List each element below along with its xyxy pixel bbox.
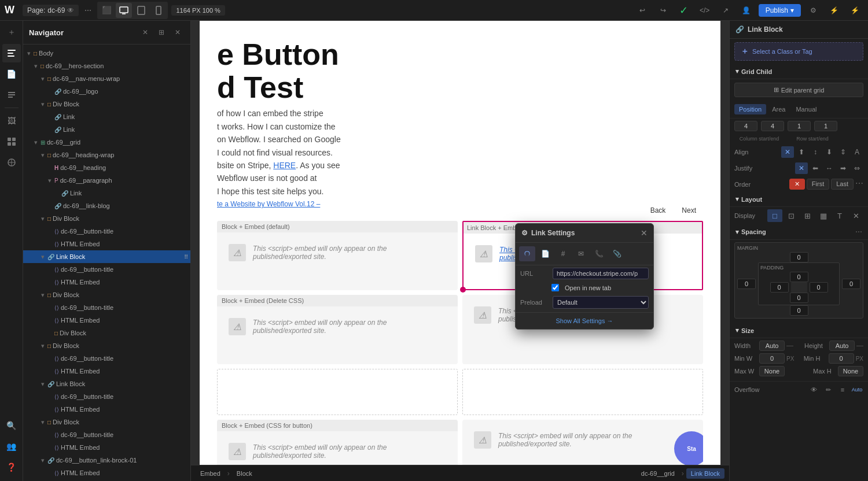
nav-item-logo[interactable]: 🔗 dc-69__logo: [23, 85, 190, 98]
padding-top-input[interactable]: [790, 272, 808, 282]
cms-btn[interactable]: [2, 86, 21, 104]
navigator-btn[interactable]: [2, 44, 21, 62]
link-type-url[interactable]: [519, 246, 535, 261]
topbar-dots[interactable]: ⋯: [84, 6, 91, 14]
settings-btn[interactable]: ⚙: [804, 2, 822, 18]
nav-item-link-blog[interactable]: 🔗 dc-69__link-blog: [23, 199, 190, 212]
nav-item-div3[interactable]: ▾ □ Div Block: [23, 288, 190, 301]
nav-item-paragraph[interactable]: ▾ P dc-69__paragraph: [23, 174, 190, 187]
view-mobile-btn[interactable]: [150, 3, 167, 18]
size-section-header[interactable]: ▾ Size: [730, 323, 868, 338]
nav-item-heading-wrap[interactable]: ▾ □ dc-69__heading-wrap: [23, 149, 190, 161]
nav-item-html-embed1[interactable]: ⟨⟩ HTML Embed: [23, 238, 190, 250]
display-inline-btn[interactable]: ▦: [816, 209, 831, 222]
order-last-btn[interactable]: Last: [831, 179, 854, 190]
nav-item-btn-title2[interactable]: ⟨⟩ dc-69__button-title: [23, 263, 190, 276]
nav-item-div4[interactable]: ▾ □ Div Block: [23, 339, 190, 352]
nav-item-html-embed6[interactable]: ⟨⟩ HTML Embed: [23, 441, 190, 454]
nav-item-heading[interactable]: H dc-69__heading: [23, 161, 190, 174]
nav-item-body[interactable]: ▾ □ Body: [23, 47, 190, 60]
code-btn[interactable]: </>: [696, 2, 713, 18]
nav-item-div5[interactable]: ▾ □ Div Block: [23, 416, 190, 428]
nav-item-link1[interactable]: 🔗 Link: [23, 110, 190, 123]
components-btn[interactable]: [2, 132, 21, 151]
align-stretch-btn[interactable]: ⇕: [837, 146, 849, 158]
view-tablet-btn[interactable]: [133, 3, 149, 18]
pages-btn[interactable]: 📄: [2, 65, 21, 83]
members-btn[interactable]: 👥: [2, 437, 21, 456]
redo-btn[interactable]: ↪: [654, 2, 672, 18]
align-center-btn[interactable]: ↕: [809, 146, 822, 158]
nav-item-link-button[interactable]: ▾ 🔗 dc-69__button_link-brock-01: [23, 454, 190, 467]
nav-item-btn-title6[interactable]: ⟨⟩ dc-69__button-title: [23, 428, 190, 441]
publish-btn[interactable]: Publish ▾: [759, 4, 801, 17]
navigator-icon-btn-3[interactable]: ✕: [171, 25, 185, 39]
layout-section-header[interactable]: ▾ Layout: [730, 192, 868, 207]
breadcrumb-block[interactable]: Block: [232, 468, 257, 479]
grid-item-4[interactable]: Block + Embed (CSS for button) ⚠ This <s…: [217, 420, 458, 465]
link-type-section[interactable]: #: [555, 246, 571, 261]
nav-item-link-block-selected[interactable]: ▾ 🔗 Link Block ⠿: [23, 250, 190, 263]
margin-right-input[interactable]: [842, 279, 860, 289]
nav-item-div-block4[interactable]: □ Div Block: [23, 327, 190, 339]
row-start-input[interactable]: [788, 121, 811, 131]
lightning2-btn[interactable]: ⚡: [846, 2, 863, 18]
blog-link[interactable]: te a Website by Webflow Vol.12 –: [217, 200, 320, 208]
next-btn[interactable]: Next: [676, 205, 702, 216]
margin-bottom-input[interactable]: [790, 305, 808, 316]
nav-item-div1[interactable]: ▾ □ Div Block: [23, 98, 190, 110]
height-input[interactable]: [829, 341, 855, 351]
padding-right-input[interactable]: [810, 282, 828, 293]
grid-item-0[interactable]: Block + Embed (default) ⚠ This <script> …: [217, 221, 458, 290]
link-type-phone[interactable]: 📞: [591, 246, 607, 261]
here-link[interactable]: HERE: [273, 161, 296, 170]
grid-item-5[interactable]: ⚠ This <script> embed will only appear o…: [462, 420, 703, 465]
align-top-btn[interactable]: ⬆: [795, 146, 808, 158]
justify-end-btn[interactable]: ➡: [837, 162, 849, 174]
nav-item-nav-wrap[interactable]: ▾ □ dc-69__nav-menu-wrap: [23, 72, 190, 85]
lightning1-btn[interactable]: ⚡: [825, 2, 843, 18]
display-none-btn[interactable]: ✕: [848, 209, 863, 222]
display-text-btn[interactable]: T: [832, 209, 847, 222]
order-more-icon[interactable]: ⋯: [855, 179, 863, 190]
account-btn[interactable]: 👤: [738, 2, 755, 18]
order-x-btn[interactable]: ✕: [789, 179, 805, 190]
grid-item-2[interactable]: Block + Embed (Delete CSS) ⚠ This <scrip…: [217, 295, 458, 364]
empty-box-1[interactable]: [217, 369, 458, 415]
width-input[interactable]: [759, 341, 785, 351]
navigator-icon-btn-2[interactable]: ⊞: [155, 25, 168, 39]
min-h-input[interactable]: [829, 353, 854, 364]
empty-box-2[interactable]: [462, 369, 703, 415]
url-input[interactable]: [553, 268, 649, 279]
breadcrumb-grid[interactable]: dc-69__grid: [637, 468, 679, 479]
nav-item-link-block2[interactable]: ▾ 🔗 Link Block: [23, 378, 190, 390]
justify-center-btn[interactable]: ↔: [823, 162, 836, 174]
overflow-scroll-btn[interactable]: ≡: [836, 384, 849, 395]
canvas-dimensions[interactable]: 1164 PX 100 %: [171, 5, 225, 16]
max-w-input[interactable]: [759, 366, 785, 376]
nav-item-grid[interactable]: ▾ ⊞ dc-69__grid: [23, 136, 190, 149]
nav-item-btn-title5[interactable]: ⟨⟩ dc-69__button-title: [23, 390, 190, 403]
canvas-scroll[interactable]: e Button d Test of how I can embed the s…: [191, 21, 729, 465]
col-start-input[interactable]: [734, 121, 757, 131]
spacing-section-header[interactable]: ▾ Spacing ⋯: [730, 224, 868, 240]
add-element-btn[interactable]: ＋: [2, 23, 21, 42]
edit-parent-grid-btn[interactable]: ⊞ Edit parent grid: [734, 83, 863, 97]
share-btn[interactable]: ↗: [717, 2, 734, 18]
back-btn[interactable]: Back: [645, 205, 672, 216]
overflow-auto-btn[interactable]: Auto: [851, 384, 863, 395]
tab-manual[interactable]: Manual: [791, 104, 821, 114]
nav-item-html-embed4[interactable]: ⟨⟩ HTML Embed: [23, 365, 190, 378]
col-end-input[interactable]: [761, 121, 784, 131]
nav-item-link3[interactable]: 🔗 Link: [23, 187, 190, 199]
link-type-page[interactable]: 📄: [537, 246, 553, 261]
nav-item-html-embed3[interactable]: ⟨⟩ HTML Embed: [23, 314, 190, 327]
nav-item-btn-title3[interactable]: ⟨⟩ dc-69__button-title: [23, 301, 190, 314]
link-type-attachment[interactable]: 📎: [609, 246, 625, 261]
undo-btn[interactable]: ↩: [634, 2, 651, 18]
view-canvas-btn[interactable]: ⬛: [98, 3, 115, 18]
overflow-edit-btn[interactable]: ✏: [822, 384, 834, 395]
spacing-more-icon[interactable]: ⋯: [855, 228, 862, 236]
padding-bottom-input[interactable]: [790, 293, 808, 303]
open-new-tab-checkbox[interactable]: [551, 284, 559, 291]
